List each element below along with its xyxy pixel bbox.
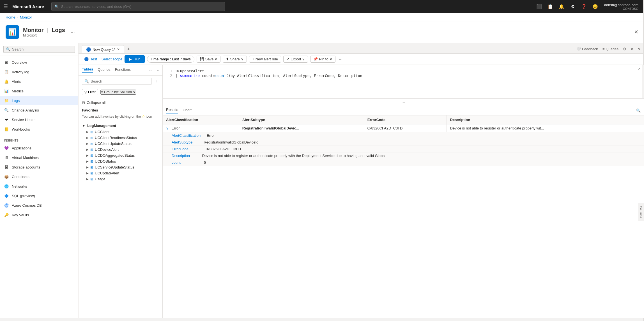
cloud-shell-icon[interactable]: ⬛	[535, 2, 544, 11]
scope-link[interactable]: Select scope	[102, 57, 122, 61]
more-options-button[interactable]: ···	[338, 56, 344, 63]
table-item-usage[interactable]: ▶ ⊞ Usage	[79, 176, 162, 182]
table-settings-icon[interactable]: ⚙	[623, 47, 626, 51]
sidebar-item-virtual-machines[interactable]: 🖥 Virtual Machines	[0, 153, 78, 162]
sidebar-item-workbooks[interactable]: 📒 Workbooks	[0, 124, 78, 134]
sidebar-label-overview: Overview	[12, 60, 27, 65]
save-icon: 💾	[200, 57, 204, 61]
sidebar-item-sql[interactable]: 🔷 SQL (preview)	[0, 191, 78, 201]
sidebar-item-activity-log[interactable]: 📋 Activity log	[0, 67, 78, 77]
sidebar-item-alerts[interactable]: 🔔 Alerts	[0, 77, 78, 86]
tab-queries[interactable]: Queries	[98, 67, 111, 73]
favorites-hint: You can add favorites by clicking on the…	[82, 114, 159, 119]
sidebar-item-cosmos-db[interactable]: 🌀 Azure Cosmos DB	[0, 201, 78, 210]
test-tab[interactable]: 🔵 Test	[82, 56, 99, 62]
layout-icon[interactable]: ⧉	[631, 47, 633, 51]
col-alert-subtype[interactable]: AlertSubtype	[239, 115, 364, 124]
split-area: Tables Queries Functions ··· « 🔍 ⋮ ▽	[79, 65, 644, 318]
table-item-ucclientreadinessstatus[interactable]: ▶ ⊞ UCClientReadinessStatus	[79, 135, 162, 141]
sidebar-item-metrics[interactable]: 📊 Metrics	[0, 86, 78, 96]
log-management-group-header[interactable]: ▼ LogManagement	[79, 122, 162, 129]
sidebar-item-containers[interactable]: 📦 Containers	[0, 172, 78, 181]
global-search-input[interactable]	[61, 4, 222, 9]
editor-scrollbar[interactable]	[642, 65, 644, 98]
filter-button[interactable]: ▽ Filter	[82, 89, 98, 95]
left-panel-collapse-icon[interactable]: «	[157, 68, 159, 72]
run-button[interactable]: ▶ Run	[125, 55, 145, 63]
collapse-all-label: Collapse all	[87, 101, 105, 105]
left-panel-search-input[interactable]	[91, 79, 149, 83]
collapse-all-icon: ⊟	[82, 101, 85, 105]
feedback-button[interactable]: 🤍 Feedback	[576, 47, 598, 51]
sidebar-item-key-vaults[interactable]: 🔑 Key Vaults	[0, 210, 78, 220]
expand-icon[interactable]: ∨	[638, 47, 641, 51]
left-panel-more-icon[interactable]: ···	[149, 68, 152, 72]
table-item-ucserviceupdatestatus[interactable]: ▶ ⊞ UCServiceUpdateStatus	[79, 164, 162, 170]
query-tab-1[interactable]: 🔵 New Query 1* ✕	[82, 45, 124, 53]
table-icon: ⊞	[90, 160, 93, 163]
new-alert-rule-button[interactable]: + New alert rule	[249, 56, 281, 63]
sidebar-item-logs[interactable]: 📁 Logs	[0, 96, 78, 105]
sidebar-item-service-health[interactable]: ❤ Service Health	[0, 115, 78, 124]
sidebar-item-networks[interactable]: 🌐 Networks	[0, 181, 78, 191]
sidebar-item-change-analysis[interactable]: 🔍 Change Analysis	[0, 105, 78, 115]
table-item-ucdevicealert[interactable]: ▶ ⊞ UCDeviceAlert	[79, 147, 162, 152]
alerts-icon: 🔔	[4, 79, 9, 84]
table-item-ucupdatealert[interactable]: ▶ ⊞ UCUpdateAlert	[79, 170, 162, 176]
tab-tables[interactable]: Tables	[82, 67, 93, 73]
table-item-ucclientupdatestatus[interactable]: ▶ ⊞ UCClientUpdateStatus	[79, 141, 162, 147]
table-item-ucclient[interactable]: ▶ ⊞ UCClient	[79, 129, 162, 135]
left-panel-search-bar[interactable]: 🔍	[82, 78, 151, 85]
results-search-icon[interactable]: 🔍	[636, 108, 641, 113]
col-error-code[interactable]: ErrorCode	[364, 115, 447, 124]
group-by-button[interactable]: ≡ Group by: Solution ∨	[100, 90, 136, 95]
settings-icon[interactable]: ⚙	[568, 2, 577, 11]
favorites-title: Favorites	[82, 108, 159, 112]
sidebar-label-key-vaults: Key Vaults	[12, 213, 29, 217]
cell-error-code: 0x8326CFA2D_C3FD	[364, 124, 447, 132]
left-panel-content: ⊟ Collapse all Favorites You can add fav…	[79, 97, 162, 318]
row-expand-button[interactable]: ∨	[166, 126, 169, 130]
portal-menu-icon[interactable]: 📋	[546, 2, 555, 11]
save-button[interactable]: 💾 Save ∨	[197, 56, 221, 63]
sidebar-item-overview[interactable]: ⊞ Overview	[0, 58, 78, 67]
sidebar-search-bar[interactable]: 🔍	[3, 46, 75, 53]
user-account[interactable]: admin@contoso.com CONTOSO	[602, 3, 641, 10]
table-label: UCClientUpdateStatus	[95, 142, 132, 146]
breadcrumb-home[interactable]: Home	[6, 15, 15, 19]
tab-results[interactable]: Results	[166, 108, 178, 113]
global-search-bar[interactable]: 🔍	[51, 2, 225, 11]
pin-to-button[interactable]: 📌 Pin to ∨	[310, 56, 335, 63]
editor-collapse-button[interactable]: ⌃	[638, 67, 641, 72]
hamburger-menu-icon[interactable]: ☰	[3, 3, 8, 10]
notifications-icon[interactable]: 🔔	[557, 2, 566, 11]
share-button[interactable]: ⬆ Share ∨	[223, 56, 247, 63]
sidebar-item-applications[interactable]: 💜 Applications	[0, 143, 78, 153]
tab-functions[interactable]: Functions	[115, 67, 131, 73]
query-editor[interactable]: 1 UCUpdateAlert 2 | summarize count=coun…	[163, 65, 644, 99]
run-label: Run	[134, 57, 140, 61]
queries-button[interactable]: ≡ Queries	[602, 47, 618, 51]
export-button[interactable]: ↗ Export ∨	[283, 56, 308, 63]
feedback-icon[interactable]: 😊	[591, 2, 600, 11]
cosmos-db-icon: 🌀	[4, 203, 9, 208]
table-item-ucdoaggregatedstatus[interactable]: ▶ ⊞ UCDOAggregatedStatus	[79, 152, 162, 158]
line-number-1: 1	[167, 69, 172, 73]
col-description[interactable]: Description	[447, 115, 644, 124]
sidebar-search-input[interactable]	[12, 47, 72, 51]
left-panel-search-more-icon[interactable]: ⋮	[153, 78, 159, 85]
table-item-ucdostatus[interactable]: ▶ ⊞ UCDOStatus	[79, 158, 162, 164]
col-alert-classification[interactable]: AlertClassification	[163, 115, 239, 124]
help-icon[interactable]: ❓	[579, 2, 588, 11]
time-range-button[interactable]: Time range : Last 7 days	[147, 56, 194, 63]
query-tab-close-icon[interactable]: ✕	[117, 47, 120, 51]
add-query-tab-button[interactable]: +	[125, 45, 132, 53]
columns-sidebar-button[interactable]: Columns	[638, 203, 644, 221]
tab-chart[interactable]: Chart	[183, 108, 192, 113]
sidebar-item-storage-accounts[interactable]: 🗄 Storage accounts	[0, 162, 78, 172]
breadcrumb-monitor[interactable]: Monitor	[20, 15, 32, 19]
collapse-all-button[interactable]: ⊟ Collapse all	[79, 99, 162, 107]
page-header-more-icon[interactable]: ···	[71, 29, 75, 35]
close-icon[interactable]: ✕	[634, 29, 638, 35]
editor-resize-handle[interactable]: ···	[163, 99, 644, 106]
